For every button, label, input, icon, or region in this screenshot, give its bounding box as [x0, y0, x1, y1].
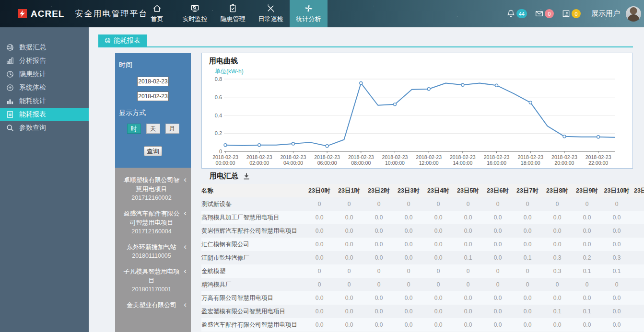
svg-text:2018-02-23: 2018-02-23: [585, 154, 611, 160]
value-cell: 0.0: [364, 254, 394, 261]
project-name: 金美塑业有限公司: [123, 300, 180, 309]
sidebar-item-energy-statistics[interactable]: 能耗统计: [0, 94, 89, 108]
chevron-left-icon[interactable]: ‹: [184, 243, 187, 250]
mode-day-button[interactable]: 天: [146, 124, 160, 134]
value-cell: 0.0: [602, 228, 632, 234]
bars-icon: [6, 97, 14, 105]
tab-energy-report[interactable]: 能耗报表: [98, 34, 147, 46]
value-cell: 0.0: [542, 214, 572, 221]
value-cell: 0.0: [483, 254, 513, 261]
svg-text:10:00:00: 10:00:00: [385, 160, 405, 166]
sidebar-item-hazard-statistics[interactable]: 隐患统计: [0, 68, 89, 81]
time-label: 时间: [119, 61, 191, 69]
value-cell: 0.3: [602, 254, 632, 261]
value-cell: 0.0: [513, 321, 542, 328]
chevron-left-icon[interactable]: ‹: [184, 268, 187, 275]
value-cell: 0: [483, 268, 513, 275]
column-header: 名称: [201, 187, 304, 195]
column-header: 23日7时: [513, 187, 542, 195]
tab-underline: [98, 46, 633, 47]
user-label[interactable]: 展示用户: [591, 9, 620, 18]
nav-item-home[interactable]: 首页: [138, 0, 176, 27]
search-icon: [6, 124, 14, 132]
value-cell: 0.0: [453, 321, 483, 328]
report-tab-icon: [105, 37, 111, 44]
project-name: 东外环新捷加气站: [123, 242, 180, 252]
svg-text:18:00:00: 18:00:00: [521, 160, 540, 166]
home-icon: [152, 4, 162, 13]
value-cell: 0.0: [572, 214, 602, 221]
row-project-name: 盈盛汽车配件有限公司智慧用电项目: [201, 321, 304, 329]
value-cell: 0: [394, 268, 423, 275]
value-cell: 0.1: [453, 254, 483, 261]
project-code: 201801170001: [123, 286, 180, 293]
value-cell: 0: [542, 281, 572, 288]
value-cell: 0.0: [364, 214, 394, 221]
value-cell: 0: [423, 201, 453, 207]
value-cell: 0.0: [423, 321, 453, 328]
value-cell: 0.0: [394, 228, 423, 234]
project-item[interactable]: 东外环新捷加气站201801110005‹: [115, 238, 191, 262]
value-cell: 0.0: [334, 214, 364, 221]
column-header: 23日11时: [632, 187, 644, 195]
value-cell: 0.0: [394, 321, 423, 328]
end-date-input[interactable]: [137, 92, 169, 101]
value-cell: 0.0: [453, 308, 483, 315]
value-cell: 0: [394, 281, 423, 288]
nav-item-realtime-monitor[interactable]: 实时监控: [176, 0, 214, 27]
chevron-left-icon[interactable]: ‹: [184, 176, 187, 183]
value-cell: 0.0: [334, 228, 364, 234]
nav-item-hazard-management[interactable]: 隐患管理: [214, 0, 252, 27]
column-header: 23日2时: [364, 187, 394, 195]
value-cell: 0.0: [334, 295, 364, 301]
alarm-notification[interactable]: 44: [506, 9, 527, 18]
sidebar-item-system-checkup[interactable]: 系统体检: [0, 81, 89, 94]
table-row: 万高有限公司智慧用电项目0.00.00.00.00.00.00.00.00.00…: [201, 291, 644, 305]
svg-text:2018-02-23: 2018-02-23: [212, 154, 238, 160]
svg-text:22:00:00: 22:00:00: [588, 160, 608, 166]
value-cell: 0: [334, 201, 364, 207]
nav-item-daily-inspection[interactable]: 日常巡检: [252, 0, 290, 27]
download-icon[interactable]: [243, 172, 250, 180]
query-button[interactable]: 查询: [144, 146, 162, 156]
value-cell: 0: [453, 268, 483, 275]
sidebar-item-label: 系统体检: [19, 83, 46, 92]
value-cell: 0: [453, 201, 483, 207]
value-cell: 0.0: [423, 214, 453, 221]
value-cell: 0.0: [364, 308, 394, 315]
data-summary-icon: [6, 44, 14, 51]
table-title: 用电汇总: [210, 172, 238, 181]
svg-text:2018-02-23: 2018-02-23: [382, 154, 408, 160]
chevron-left-icon[interactable]: ‹: [184, 301, 187, 308]
mail-icon: [535, 9, 544, 18]
start-date-input[interactable]: [137, 77, 169, 86]
chevron-left-icon[interactable]: ‹: [184, 210, 187, 217]
sidebar-item-analysis-report[interactable]: 分析报告: [0, 54, 89, 68]
user-avatar[interactable]: [626, 6, 641, 22]
project-item[interactable]: 金美塑业有限公司‹: [115, 296, 191, 312]
mode-month-button[interactable]: 月: [165, 124, 179, 134]
value-cell: 0: [483, 201, 513, 207]
project-item[interactable]: 盈盛汽车配件有限公司智慧用电项目201712160004‹: [115, 204, 191, 238]
value-cell: 0.0: [304, 254, 334, 261]
sidebar-item-energy-report[interactable]: 能耗报表: [0, 108, 89, 121]
sidebar-item-data-summary[interactable]: 数据汇总: [0, 41, 89, 54]
project-item[interactable]: 子凡模具智慧用电项目201801170001‹: [115, 262, 191, 296]
svg-text:02:00:00: 02:00:00: [249, 160, 269, 166]
nav-item-statistics-analysis[interactable]: 统计分析: [290, 0, 328, 27]
value-cell: 0: [423, 281, 453, 288]
sidebar-item-parameter-query[interactable]: 参数查询: [0, 121, 89, 135]
value-cell: 0.0: [334, 308, 364, 315]
value-cell: 0.0: [572, 295, 602, 301]
message-notification[interactable]: 0: [535, 9, 554, 18]
chart-title: 用电曲线: [209, 57, 632, 66]
task-notification[interactable]: 0: [562, 9, 581, 18]
row-project-name: 黄岩恒辉汽车配件公司智慧用电项目: [201, 227, 304, 235]
project-item[interactable]: 卓顺塑模有限公司智慧用电项目201712160002‹: [115, 171, 191, 204]
value-cell: 0.1: [513, 254, 542, 261]
mode-hour-button[interactable]: 时: [127, 124, 141, 134]
svg-text:2018-02-23: 2018-02-23: [517, 154, 543, 160]
value-cell: 0.0: [394, 308, 423, 315]
task-icon: [562, 9, 571, 18]
sidebar-item-label: 能耗统计: [19, 97, 46, 105]
